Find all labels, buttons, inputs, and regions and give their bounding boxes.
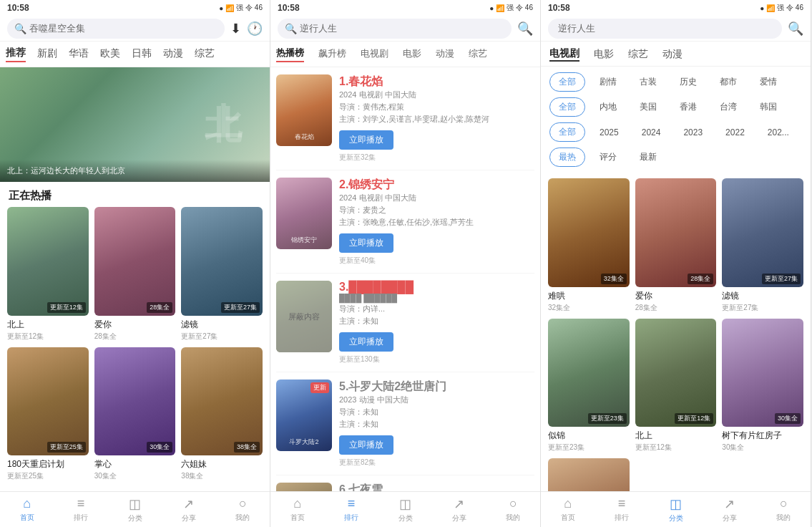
tab-variety[interactable]: 综艺	[195, 47, 215, 62]
hero-banner[interactable]: 北上 北上：运河边长大的年轻人到北京	[0, 67, 270, 182]
filter-urban[interactable]: 都市	[711, 73, 745, 91]
cat-icon-3: ◫	[670, 496, 682, 512]
filter-kr[interactable]: 韩国	[751, 98, 786, 116]
tab-western[interactable]: 欧美	[100, 47, 120, 62]
result-card-4[interactable]: 更新至23集 似锦 更新至23集	[548, 319, 630, 453]
cat-tab-movie[interactable]: 电影	[594, 48, 614, 61]
show-card-2[interactable]: 28集全 爱你 28集全	[94, 207, 176, 342]
tab-anime2[interactable]: 动漫	[436, 47, 454, 62]
home-label-2: 首页	[290, 513, 305, 523]
search-btn-3[interactable]: 🔍	[788, 21, 803, 37]
filter-2022[interactable]: 2022	[717, 125, 753, 140]
filter-all-region[interactable]: 全部	[549, 97, 585, 117]
hot-section-header: 正在热播	[0, 182, 270, 207]
bottom-nav-rank-1[interactable]: ≡ 排行	[54, 496, 107, 523]
search-input-2[interactable]: 🔍 逆行人生	[278, 19, 512, 39]
bottom-nav-profile-3[interactable]: ○ 我的	[757, 496, 811, 523]
bottom-nav-cat-2[interactable]: ◫ 分类	[378, 496, 432, 523]
tab-new[interactable]: 新剧	[37, 47, 57, 62]
share-icon-2: ↗	[454, 496, 464, 512]
result-card-3[interactable]: 更新至27集 滤镜 更新至27集	[722, 178, 803, 313]
filter-2021[interactable]: 202...	[759, 125, 798, 140]
bottom-nav-home-2[interactable]: ⌂ 首页	[270, 496, 324, 523]
search-input-3[interactable]: 逆行人生	[548, 19, 782, 39]
tab-recommend[interactable]: 推荐	[6, 47, 26, 62]
result-card-2[interactable]: 28集全 爱你 28集全	[635, 178, 717, 313]
status-time-2: 10:58	[278, 3, 300, 13]
tab-chinese[interactable]: 华语	[69, 47, 89, 62]
rank-num-5: 5.斗罗大陆2绝世唐门	[339, 379, 534, 395]
rank-item-2[interactable]: 锦绣安宁 2.锦绣安宁 2024 电视剧 中国大陆 导演：麦贵之 主演：张晚意,…	[276, 170, 534, 274]
bottom-nav-rank-3[interactable]: ≡ 排行	[595, 496, 648, 523]
tab-anime[interactable]: 动漫	[163, 47, 183, 62]
bottom-nav-profile-2[interactable]: ○ 我的	[486, 496, 540, 523]
result-thumb-2: 28集全	[635, 178, 717, 287]
result-card-5[interactable]: 更新至12集 北上 更新至12集	[635, 319, 717, 453]
tab-korean[interactable]: 日韩	[132, 47, 152, 62]
filter-costume[interactable]: 古装	[631, 73, 665, 91]
tab-rising[interactable]: 飙升榜	[318, 47, 346, 62]
filter-history[interactable]: 历史	[671, 73, 705, 91]
search-bar-3: 逆行人生 🔍	[541, 16, 811, 42]
rank-cast-1: 主演：刘学义,吴谨言,毕雯珺,赵小棠,陈楚河	[339, 114, 534, 125]
play-btn-5[interactable]: 立即播放	[339, 435, 393, 455]
bottom-nav-home-1[interactable]: ⌂ 首页	[0, 496, 54, 523]
tab-hot-rank[interactable]: 热播榜	[276, 47, 304, 62]
filter-hk[interactable]: 香港	[671, 98, 705, 116]
filter-hottest[interactable]: 最热	[549, 148, 585, 167]
bottom-nav-share-2[interactable]: ↗ 分享	[432, 496, 486, 523]
rank-thumb-1: 春花焰	[276, 74, 332, 146]
tab-movie[interactable]: 电影	[403, 47, 421, 62]
filter-2024[interactable]: 2024	[633, 125, 670, 140]
result-card-6[interactable]: 30集全 树下有片红房子 30集全	[722, 319, 803, 453]
result-card-1[interactable]: 32集全 难哄 32集全	[548, 178, 630, 313]
show-card-1[interactable]: 更新至12集 北上 更新至12集	[7, 207, 89, 342]
bottom-nav-profile-1[interactable]: ○ 我的	[216, 496, 270, 523]
show-card-3[interactable]: 更新至27集 滤镜 更新至27集	[181, 207, 263, 342]
bottom-nav-cat-1[interactable]: ◫ 分类	[108, 496, 162, 523]
bottom-nav-home-3[interactable]: ⌂ 首页	[541, 496, 595, 523]
cat-tab-anime[interactable]: 动漫	[662, 48, 683, 61]
filter-drama[interactable]: 剧情	[591, 73, 625, 91]
show-card-4[interactable]: 更新至25集 180天重启计划 更新至25集	[7, 347, 89, 482]
filter-newest[interactable]: 最新	[631, 148, 665, 166]
cat-tab-variety[interactable]: 综艺	[628, 48, 648, 61]
filter-all-genre[interactable]: 全部	[549, 72, 585, 92]
bottom-nav-cat-3[interactable]: ◫ 分类	[649, 496, 703, 523]
rank-item-6[interactable]: 七夜雪 6.七夜雪 2024 电视剧 中国大陆 导演：任海涛,采胜权 主演：李沁…	[276, 475, 534, 491]
rank-thumb-5: 更新 斗罗大陆2	[276, 379, 332, 451]
rank-info-2: 2.锦绣安宁 2024 电视剧 中国大陆 导演：麦贵之 主演：张晚意,任敏,任佑…	[339, 178, 534, 266]
history-icon[interactable]: 🕐	[247, 21, 263, 37]
play-btn-1[interactable]: 立即播放	[339, 130, 393, 150]
bottom-nav-share-3[interactable]: ↗ 分享	[703, 496, 756, 523]
show-card-5[interactable]: 30集全 掌心 30集全	[94, 347, 176, 482]
result-thumb-7	[548, 458, 630, 491]
show-card-6[interactable]: 38集全 六姐妹 38集全	[181, 347, 263, 482]
play-btn-3[interactable]: 立即播放	[339, 332, 393, 352]
bottom-nav-share-1[interactable]: ↗ 分享	[162, 496, 215, 523]
filter-mainland[interactable]: 内地	[591, 98, 625, 116]
filter-2023[interactable]: 2023	[675, 125, 711, 140]
search-input-1[interactable]: 🔍 吞噬星空全集	[7, 19, 225, 39]
rank-item-3[interactable]: 屏蔽内容 3.████████ ████ ██████ 导演：内详... 主演：…	[276, 274, 534, 372]
search-btn-2[interactable]: 🔍	[517, 21, 533, 37]
play-btn-2[interactable]: 立即播放	[339, 233, 393, 253]
share-icon-1: ↗	[183, 496, 194, 512]
cat-tab-tv[interactable]: 电视剧	[549, 47, 579, 62]
tab-variety2[interactable]: 综艺	[469, 47, 487, 62]
filter-tw[interactable]: 台湾	[711, 98, 745, 116]
rank-item-1[interactable]: 春花焰 1.春花焰 2024 电视剧 中国大陆 导演：黄伟杰,程策 主演：刘学义…	[276, 67, 534, 170]
rank-item-5[interactable]: 更新 斗罗大陆2 5.斗罗大陆2绝世唐门 2023 动漫 中国大陆 导演：未知 …	[276, 372, 534, 475]
filter-2025[interactable]: 2025	[591, 125, 627, 140]
filter-romance[interactable]: 爱情	[751, 73, 786, 91]
filter-all-year[interactable]: 全部	[549, 122, 585, 142]
result-card-7[interactable]: 仁心是个俱乐部	[548, 458, 630, 491]
filter-rating[interactable]: 评分	[591, 148, 625, 166]
bottom-nav-rank-2[interactable]: ≡ 排行	[324, 496, 378, 523]
tab-tvshow[interactable]: 电视剧	[361, 47, 388, 62]
show-title-5: 掌心	[94, 458, 176, 470]
home-label-3: 首页	[561, 513, 575, 523]
filter-usa[interactable]: 美国	[631, 98, 665, 116]
download-icon[interactable]: ⬇	[230, 21, 241, 37]
profile-icon-1: ○	[239, 496, 247, 511]
